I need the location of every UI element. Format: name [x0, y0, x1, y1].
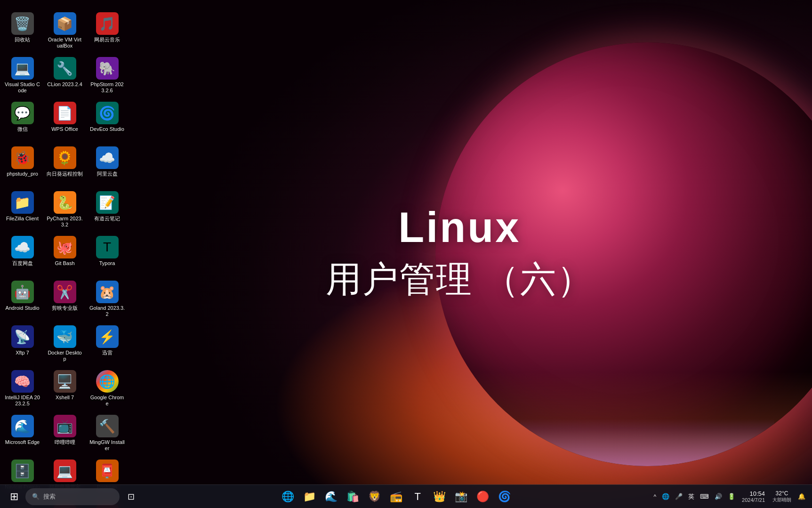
taskbar-app-app11[interactable]: 🌀 — [495, 487, 514, 506]
desktop-icon-typora[interactable]: TTypora — [87, 233, 127, 275]
battery-icon[interactable]: 🔋 — [726, 488, 737, 505]
desktop-icon-jindun[interactable]: ⚡迅雷 — [87, 323, 127, 365]
taskbar-left: ⊞ 🔍 搜索 ⊡ — [5, 487, 140, 506]
taskbar-app-copilot[interactable]: 🌐 — [278, 487, 297, 506]
taskbar-app-app9[interactable]: 📸 — [451, 487, 470, 506]
desktop-icon-xftp[interactable]: 📡Xftp 7 — [2, 323, 42, 365]
typora-icon: T — [96, 236, 119, 258]
desktop-icon-git-bash[interactable]: 🐙Git Bash — [45, 233, 85, 275]
desktop-icon-baidu-net[interactable]: ☁️百度网盘 — [2, 233, 42, 275]
phpstudy-icon: 🐞 — [11, 146, 34, 169]
deveco-studio-label: DevEco Studio — [90, 126, 124, 132]
desktop-icon-oracle-vm[interactable]: 📦Oracle VM VirtualBox — [45, 9, 85, 52]
taskbar-app-app10[interactable]: 🔴 — [473, 487, 492, 506]
wechat-icon: 💬 — [11, 102, 34, 124]
typora-label: Typora — [99, 260, 115, 266]
weather-temp: 32°C — [776, 490, 788, 497]
filezilla-icon: 📁 — [11, 191, 34, 214]
postman-icon: 📮 — [96, 460, 119, 482]
taskbar-app-windows-store[interactable]: 🛍️ — [343, 487, 362, 506]
mingw-installer-label: MingGW Installer — [89, 439, 125, 452]
notification-bell[interactable]: 🔔 — [796, 488, 807, 505]
desktop-icon-android-studio[interactable]: 🤖Android Studio — [2, 278, 42, 320]
weather-display[interactable]: 32°C 大部晴朗 — [770, 489, 794, 504]
phpstorm-label: PhpStorm 2023.2.6 — [89, 81, 125, 94]
desktop-icon-microsoft-edge[interactable]: 🌊Microsoft Edge — [2, 412, 42, 454]
desktop-icon-golang[interactable]: 🐹Goland 2023.3.2 — [87, 278, 127, 320]
wechat-label: 微信 — [17, 126, 28, 132]
taskbar-app-app6[interactable]: 📻 — [386, 487, 405, 506]
desktop-icon-netease-music[interactable]: 🎵网易云音乐 — [87, 9, 127, 52]
desktop-icon-youdao-note[interactable]: 📝有道云笔记 — [87, 188, 127, 231]
taskbar-app-app5[interactable]: 🦁 — [365, 487, 384, 506]
desktop-icon-xshell[interactable]: 🖥️Xshell 7 — [45, 367, 85, 410]
intellij-idea-label: IntelliJ IDEA 2023.2.5 — [4, 395, 40, 407]
git-bash-label: Git Bash — [55, 260, 74, 266]
desktop-icon-aliyun-disk[interactable]: ☁️阿里云盘 — [87, 144, 127, 186]
baidu-net-icon: ☁️ — [11, 236, 34, 258]
android-studio-label: Android Studio — [5, 305, 39, 311]
desktop-icon-mingw-installer[interactable]: 🔨MingGW Installer — [87, 412, 127, 454]
clion-icon: 🔧 — [54, 57, 76, 80]
xshell-icon: 🖥️ — [54, 370, 76, 393]
desktop-icon-filezilla[interactable]: 📁FileZilla Client — [2, 188, 42, 231]
deveco-studio-icon: 🌀 — [96, 102, 119, 124]
pycharm-label: PyCharm 2023.3.2 — [47, 216, 83, 228]
show-hidden-tray[interactable]: ^ — [651, 488, 658, 505]
aliyun-disk-icon: ☁️ — [96, 146, 119, 169]
filezilla-label: FileZilla Client — [6, 216, 39, 222]
golang-icon: 🐹 — [96, 281, 119, 303]
mic-icon[interactable]: 🎤 — [673, 488, 684, 505]
desktop-icon-docker-desktop[interactable]: 🐳Docker Desktop — [45, 323, 85, 365]
desktop-icon-google-chrome[interactable]: 🌐Google Chrome — [87, 367, 127, 410]
taskbar-system-tray: ^ 🌐 🎤 英 ⌨ 🔊 🔋 10:54 2024/7/21 32°C 大部晴朗 … — [651, 488, 807, 505]
jianying-pro-icon: ✂️ — [54, 281, 76, 303]
git-bash-icon: 🐙 — [54, 236, 76, 258]
google-chrome-icon: 🌐 — [96, 370, 119, 393]
lang-indicator[interactable]: 英 — [686, 488, 696, 505]
intellij-idea-icon: 🧠 — [11, 370, 34, 393]
taskbar-app-edge[interactable]: 🌊 — [322, 487, 340, 506]
desktop-icon-pycharm[interactable]: 🐍PyCharm 2023.3.2 — [45, 188, 85, 231]
youdao-note-label: 有道云笔记 — [94, 216, 120, 222]
desktop-icon-intellij-idea[interactable]: 🧠IntelliJ IDEA 2023.2.5 — [2, 367, 42, 410]
desktop-icon-phpstudy[interactable]: 🐞phpstudy_pro — [2, 144, 42, 186]
taskbar-app-file-manager[interactable]: 📁 — [300, 487, 319, 506]
volume-icon[interactable]: 🔊 — [713, 488, 724, 505]
keyboard-icon[interactable]: ⌨ — [698, 488, 711, 505]
taskbar-app-app8[interactable]: 👑 — [430, 487, 449, 506]
desktop-icon-wechat[interactable]: 💬微信 — [2, 99, 42, 141]
center-text-area: Linux 用户管理 （六） — [326, 204, 594, 304]
desktop-icon-bilibili[interactable]: 📺哔哩哔哩 — [45, 412, 85, 454]
linux-subtitle: 用户管理 （六） — [326, 256, 594, 304]
xiangri-remote-icon: 🌻 — [54, 146, 76, 169]
lenovo-pc-icon: 💻 — [54, 460, 76, 482]
planet-glow-purple — [520, 419, 774, 466]
desktop-icon-vscode[interactable]: 💻Visual Studio Code — [2, 54, 42, 97]
taskbar-app-typora-task[interactable]: T — [408, 487, 427, 506]
start-button[interactable]: ⊞ — [5, 487, 24, 506]
network-icon[interactable]: 🌐 — [660, 488, 671, 505]
desktop-icon-jianying-pro[interactable]: ✂️剪映专业版 — [45, 278, 85, 320]
desktop-icon-wps-office[interactable]: 📄WPS Office — [45, 99, 85, 141]
taskbar-search[interactable]: 🔍 搜索 — [25, 488, 120, 505]
task-view-button[interactable]: ⊡ — [121, 487, 140, 506]
recycle-bin-icon: 🗑️ — [11, 12, 34, 35]
search-icon: 🔍 — [32, 493, 40, 500]
time-display[interactable]: 10:54 2024/7/21 — [739, 490, 768, 503]
phpstudy-label: phpstudy_pro — [7, 171, 38, 177]
desktop-icon-clion[interactable]: 🔧CLion 2023.2.4 — [45, 54, 85, 97]
desktop-icon-xiangri-remote[interactable]: 🌻向日葵远程控制 — [45, 144, 85, 186]
desktop-icon-deveco-studio[interactable]: 🌀DevEco Studio — [87, 99, 127, 141]
jindun-icon: ⚡ — [96, 325, 119, 348]
phpstorm-icon: 🐘 — [96, 57, 119, 80]
clion-label: CLion 2023.2.4 — [47, 81, 82, 88]
wps-office-icon: 📄 — [54, 102, 76, 124]
baidu-net-label: 百度网盘 — [12, 260, 33, 266]
desktop-icon-recycle-bin[interactable]: 🗑️回收站 — [2, 9, 42, 52]
bilibili-label: 哔哩哔哩 — [55, 439, 75, 445]
oracle-vm-icon: 📦 — [54, 12, 76, 35]
xshell-label: Xshell 7 — [56, 395, 74, 401]
aliyun-disk-label: 阿里云盘 — [97, 171, 118, 177]
desktop-icon-phpstorm[interactable]: 🐘PhpStorm 2023.2.6 — [87, 54, 127, 97]
